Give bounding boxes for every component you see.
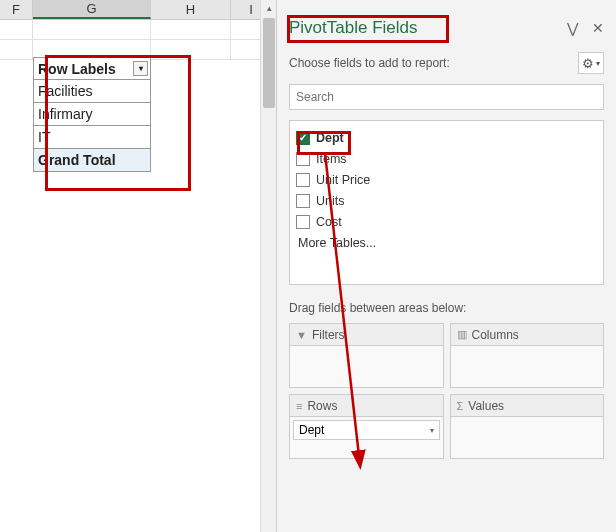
field-label: Cost — [316, 215, 342, 229]
values-area[interactable]: ΣValues — [450, 394, 605, 459]
sigma-icon: Σ — [457, 400, 464, 412]
chevron-down-icon: ▾ — [596, 59, 600, 68]
search-input[interactable] — [289, 84, 604, 110]
columns-area[interactable]: ▥Columns — [450, 323, 605, 388]
gear-icon: ⚙ — [582, 56, 594, 71]
field-label: Items — [316, 152, 347, 166]
pivot-row[interactable]: IT — [33, 126, 151, 149]
vertical-scrollbar[interactable]: ▴ — [260, 0, 276, 532]
rows-icon: ≡ — [296, 400, 302, 412]
drag-label: Drag fields between areas below: — [289, 301, 604, 315]
pane-title-row: PivotTable Fields ⋁ ✕ — [289, 18, 604, 38]
scroll-up-icon[interactable]: ▴ — [261, 0, 277, 16]
field-item-items[interactable]: Items — [296, 148, 597, 169]
col-header-g[interactable]: G — [33, 0, 151, 19]
drop-areas: ▼Filters ▥Columns ≡Rows Dept ▾ ΣValues — [289, 323, 604, 459]
pane-controls: ⋁ ✕ — [567, 20, 604, 36]
pivot-header-row-labels[interactable]: Row Labels ▾ — [33, 57, 151, 80]
filters-area[interactable]: ▼Filters — [289, 323, 444, 388]
field-item-units[interactable]: Units — [296, 190, 597, 211]
subtitle-text: Choose fields to add to report: — [289, 56, 450, 70]
field-label: Units — [316, 194, 344, 208]
scroll-thumb[interactable] — [263, 18, 275, 108]
area-label: Rows — [307, 399, 337, 413]
checkbox-icon[interactable] — [296, 173, 310, 187]
pivottable-fields-pane: PivotTable Fields ⋁ ✕ Choose fields to a… — [276, 0, 616, 532]
row-labels-text: Row Labels — [38, 61, 116, 77]
field-item-cost[interactable]: Cost — [296, 211, 597, 232]
field-item-dept[interactable]: ✓ Dept — [296, 127, 597, 148]
close-icon[interactable]: ✕ — [592, 20, 604, 36]
area-label: Filters — [312, 328, 345, 342]
field-label: Dept — [316, 131, 344, 145]
area-label: Columns — [472, 328, 519, 342]
fields-list: ✓ Dept Items Unit Price Units Cost More … — [289, 120, 604, 285]
area-label: Values — [468, 399, 504, 413]
expand-icon[interactable]: ⋁ — [567, 20, 578, 36]
rows-area-item-dept[interactable]: Dept ▾ — [293, 420, 440, 440]
pivot-grand-total[interactable]: Grand Total — [33, 149, 151, 172]
pane-title: PivotTable Fields — [289, 18, 418, 38]
dropdown-icon[interactable]: ▾ — [133, 61, 148, 76]
rows-area[interactable]: ≡Rows Dept ▾ — [289, 394, 444, 459]
pivot-row[interactable]: Facilities — [33, 80, 151, 103]
gear-button[interactable]: ⚙▾ — [578, 52, 604, 74]
col-header-f[interactable]: F — [0, 0, 33, 19]
columns-icon: ▥ — [457, 328, 467, 341]
field-item-unit-price[interactable]: Unit Price — [296, 169, 597, 190]
checkbox-icon[interactable] — [296, 152, 310, 166]
chevron-down-icon[interactable]: ▾ — [430, 426, 434, 435]
filter-icon: ▼ — [296, 329, 307, 341]
checkbox-icon[interactable] — [296, 215, 310, 229]
checkbox-icon[interactable]: ✓ — [296, 131, 310, 145]
pivot-table: Row Labels ▾ Facilities Infirmary IT Gra… — [33, 57, 151, 172]
checkbox-icon[interactable] — [296, 194, 310, 208]
column-headers: F G H I — [0, 0, 272, 20]
more-tables-link[interactable]: More Tables... — [296, 236, 597, 250]
col-header-h[interactable]: H — [151, 0, 231, 19]
field-label: Unit Price — [316, 173, 370, 187]
pivot-row[interactable]: Infirmary — [33, 103, 151, 126]
grid-body — [0, 20, 272, 60]
area-item-label: Dept — [299, 423, 324, 437]
subtitle-row: Choose fields to add to report: ⚙▾ — [289, 52, 604, 74]
